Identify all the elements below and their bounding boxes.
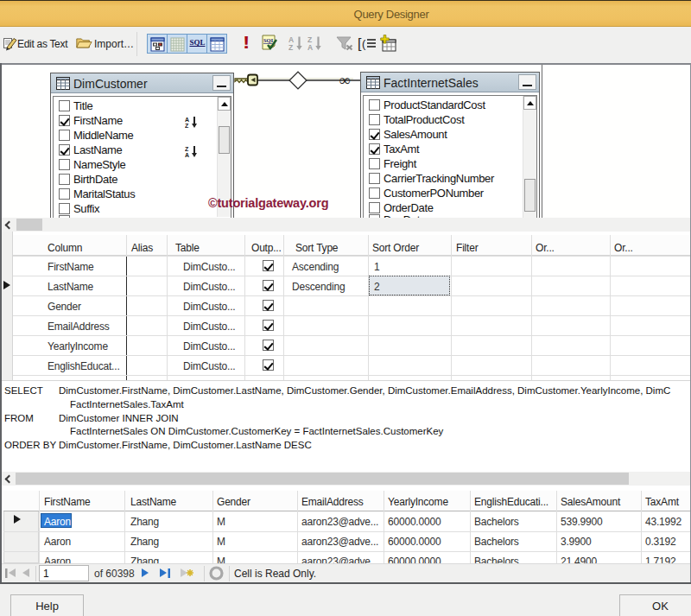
svg-text:A: A [185, 152, 189, 158]
svg-text:Z: Z [185, 123, 189, 129]
svg-text:(: ( [362, 37, 366, 50]
svg-text:A: A [185, 117, 189, 123]
svg-text:Z: Z [288, 43, 293, 52]
svg-text:A: A [307, 43, 313, 52]
svg-text:∞: ∞ [339, 72, 351, 89]
svg-text:Z: Z [185, 146, 189, 152]
